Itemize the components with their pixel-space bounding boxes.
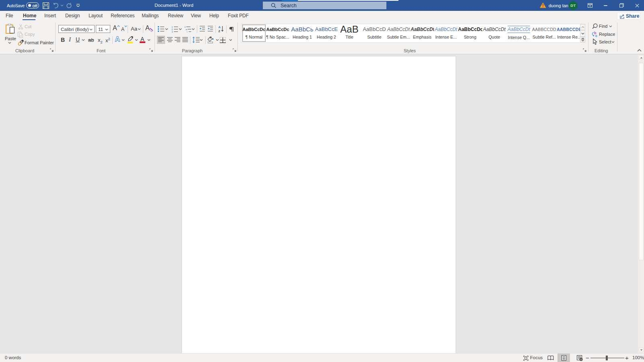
svg-text:Z: Z (219, 29, 221, 33)
svg-text:3: 3 (171, 30, 173, 33)
svg-text:c: c (595, 34, 597, 37)
svg-text:i: i (187, 30, 187, 33)
svg-text:A: A (219, 25, 221, 29)
svg-text:A: A (115, 36, 120, 42)
